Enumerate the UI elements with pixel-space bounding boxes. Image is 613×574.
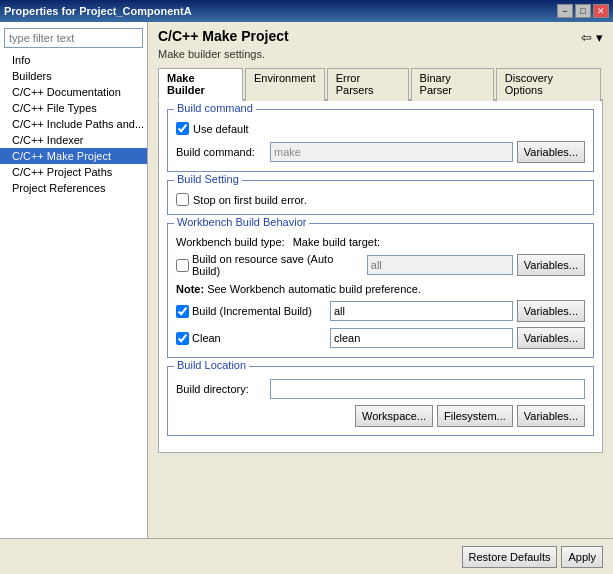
stop-on-error-checkbox[interactable] (176, 193, 189, 206)
incremental-label: Build (Incremental Build) (192, 305, 312, 317)
note-prefix: Note: (176, 283, 204, 295)
incremental-target-input[interactable] (330, 301, 513, 321)
build-dir-row: Build directory: (176, 379, 585, 399)
restore-defaults-button[interactable]: Restore Defaults (462, 546, 558, 568)
tabs-container: Make Builder Environment Error Parsers B… (158, 66, 603, 101)
bottom-bar: Restore Defaults Apply (0, 538, 613, 574)
workspace-button[interactable]: Workspace... (355, 405, 433, 427)
tab-panel: Build command Use default Build command:… (158, 101, 603, 453)
build-dir-input[interactable] (270, 379, 585, 399)
content-area: C/C++ Make Project ⇦ ▾ Make builder sett… (148, 22, 613, 538)
sidebar-item-cpp-include[interactable]: C/C++ Include Paths and... (0, 116, 147, 132)
auto-build-target-input[interactable] (367, 255, 513, 275)
auto-build-row: Build on resource save (Auto Build) Vari… (176, 253, 585, 277)
build-command-input[interactable] (270, 142, 513, 162)
auto-build-label: Build on resource save (Auto Build) (192, 253, 363, 277)
tab-make-builder[interactable]: Make Builder (158, 68, 243, 101)
workbench-build-label: Workbench Build Behavior (174, 216, 309, 228)
build-setting-section: Build Setting Stop on first build error. (167, 180, 594, 215)
clean-variables-button[interactable]: Variables... (517, 327, 585, 349)
minimize-button[interactable]: − (557, 4, 573, 18)
filesystem-button[interactable]: Filesystem... (437, 405, 513, 427)
use-default-row: Use default (176, 122, 585, 135)
incremental-checkbox[interactable] (176, 305, 189, 318)
sidebar-item-cpp-indexer[interactable]: C/C++ Indexer (0, 132, 147, 148)
workbench-build-section: Workbench Build Behavior Workbench build… (167, 223, 594, 358)
workbench-build-type-row: Workbench build type: Make build target: (176, 236, 585, 248)
maximize-button[interactable]: □ (575, 4, 591, 18)
sidebar-item-cpp-make[interactable]: C/C++ Make Project (0, 148, 147, 164)
page-title: C/C++ Make Project (158, 28, 289, 44)
note-row: Note: See Workbench automatic build pref… (176, 283, 585, 295)
auto-build-checkbox[interactable] (176, 259, 189, 272)
make-target-label: Make build target: (293, 236, 380, 248)
build-location-variables-button[interactable]: Variables... (517, 405, 585, 427)
close-button[interactable]: ✕ (593, 4, 609, 18)
nav-arrows[interactable]: ⇦ ▾ (581, 30, 603, 45)
tab-environment[interactable]: Environment (245, 68, 325, 101)
build-command-label: Build command (174, 102, 256, 114)
filter-input[interactable] (4, 28, 143, 48)
sidebar-item-info[interactable]: Info (0, 52, 147, 68)
build-location-section: Build Location Build directory: Workspac… (167, 366, 594, 436)
build-location-buttons: Workspace... Filesystem... Variables... (176, 405, 585, 427)
sidebar-item-cpp-file-types[interactable]: C/C++ File Types (0, 100, 147, 116)
sidebar-item-cpp-project-paths[interactable]: C/C++ Project Paths (0, 164, 147, 180)
build-type-label: Workbench build type: (176, 236, 285, 248)
sidebar-item-project-refs[interactable]: Project References (0, 180, 147, 196)
build-command-section: Build command Use default Build command:… (167, 109, 594, 172)
auto-build-label-group: Build on resource save (Auto Build) (176, 253, 363, 277)
tab-discovery-options[interactable]: Discovery Options (496, 68, 601, 101)
use-default-checkbox[interactable] (176, 122, 189, 135)
sidebar: Info Builders C/C++ Documentation C/C++ … (0, 22, 148, 538)
clean-label: Clean (192, 332, 221, 344)
stop-on-error-row: Stop on first build error. (176, 193, 585, 206)
title-bar: Properties for Project_ComponentA − □ ✕ (0, 0, 613, 22)
use-default-label: Use default (193, 123, 249, 135)
apply-button[interactable]: Apply (561, 546, 603, 568)
title-bar-buttons: − □ ✕ (557, 4, 609, 18)
stop-on-error-label: Stop on first build error. (193, 194, 307, 206)
build-command-field-label: Build command: (176, 146, 266, 158)
sidebar-item-builders[interactable]: Builders (0, 68, 147, 84)
main-layout: Info Builders C/C++ Documentation C/C++ … (0, 22, 613, 538)
incremental-label-group: Build (Incremental Build) (176, 305, 326, 318)
build-setting-label: Build Setting (174, 173, 242, 185)
tab-error-parsers[interactable]: Error Parsers (327, 68, 409, 101)
sidebar-item-cpp-doc[interactable]: C/C++ Documentation (0, 84, 147, 100)
clean-checkbox[interactable] (176, 332, 189, 345)
build-dir-label: Build directory: (176, 383, 266, 395)
clean-label-group: Clean (176, 332, 326, 345)
clean-target-input[interactable] (330, 328, 513, 348)
build-location-label: Build Location (174, 359, 249, 371)
incremental-build-row: Build (Incremental Build) Variables... (176, 300, 585, 322)
build-command-row: Build command: Variables... (176, 141, 585, 163)
build-command-variables-button[interactable]: Variables... (517, 141, 585, 163)
clean-row: Clean Variables... (176, 327, 585, 349)
page-subtitle: Make builder settings. (158, 48, 603, 60)
window-title: Properties for Project_ComponentA (4, 5, 192, 17)
incremental-variables-button[interactable]: Variables... (517, 300, 585, 322)
tab-binary-parser[interactable]: Binary Parser (411, 68, 494, 101)
auto-build-variables-button[interactable]: Variables... (517, 254, 585, 276)
note-text: See Workbench automatic build preference… (204, 283, 421, 295)
